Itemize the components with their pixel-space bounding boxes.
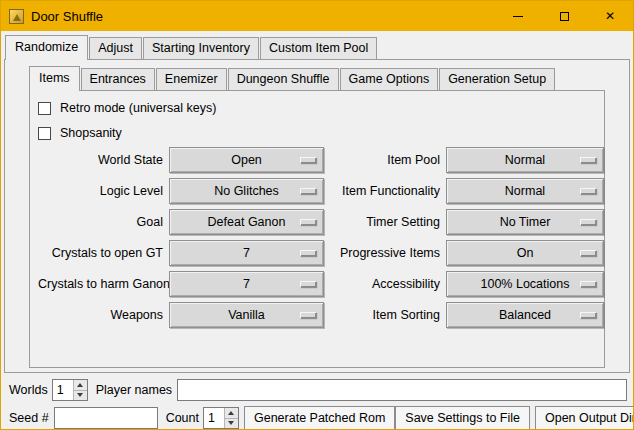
- count-spinner-arrows: [224, 408, 238, 428]
- dropdown-indicator-icon: [300, 157, 316, 163]
- dropdown-indicator-icon: [300, 250, 316, 256]
- crystals-harm-ganon-label: Crystals to harm Ganon: [38, 277, 163, 291]
- tab-game-options[interactable]: Game Options: [340, 68, 439, 90]
- open-output-directory-button[interactable]: Open Output Directory: [535, 406, 634, 430]
- dropdown-indicator-icon: [580, 157, 596, 163]
- goal-value: Defeat Ganon: [208, 215, 286, 229]
- count-label: Count: [166, 411, 199, 425]
- dropdown-indicator-icon: [300, 188, 316, 194]
- item-pool-label: Item Pool: [330, 153, 440, 167]
- tab-randomize[interactable]: Randomize: [5, 35, 88, 60]
- dropdown-indicator-icon: [580, 219, 596, 225]
- tab-entrances[interactable]: Entrances: [81, 68, 155, 90]
- setting-row: Weapons Vanilla Item Sorting Balanced: [38, 302, 604, 328]
- close-icon: ✕: [605, 10, 615, 22]
- secondary-notebook: Items Entrances Enemizer Dungeon Shuffle…: [29, 63, 605, 368]
- tab-enemizer[interactable]: Enemizer: [156, 68, 227, 90]
- setting-row: Logic Level No Glitches Item Functionali…: [38, 178, 604, 204]
- logic-level-value: No Glitches: [214, 184, 279, 198]
- crystals-open-gt-value: 7: [243, 246, 250, 260]
- accessibility-value: 100% Locations: [481, 277, 570, 291]
- goal-dropdown[interactable]: Defeat Ganon: [169, 209, 324, 235]
- item-functionality-dropdown[interactable]: Normal: [446, 178, 604, 204]
- crystals-harm-ganon-dropdown[interactable]: 7: [169, 271, 324, 297]
- dropdown-indicator-icon: [580, 312, 596, 318]
- primary-tab-bar: Randomize Adjust Starting Inventory Cust…: [1, 31, 633, 59]
- spin-up-icon[interactable]: [74, 380, 87, 390]
- dropdown-indicator-icon: [300, 281, 316, 287]
- dropdown-indicator-icon: [300, 312, 316, 318]
- count-input[interactable]: [204, 408, 224, 428]
- tab-adjust[interactable]: Adjust: [89, 37, 142, 59]
- tab-items[interactable]: Items: [29, 66, 80, 91]
- titlebar[interactable]: Door Shuffle ✕: [1, 1, 633, 31]
- world-state-dropdown[interactable]: Open: [169, 147, 324, 173]
- dropdown-indicator-icon: [580, 250, 596, 256]
- worlds-row: Worlds Player names: [9, 378, 627, 402]
- settings-grid: World State Open Item Pool Normal: [38, 147, 604, 328]
- item-sorting-dropdown[interactable]: Balanced: [446, 302, 604, 328]
- retro-mode-checkbox[interactable]: [38, 102, 51, 115]
- accessibility-dropdown[interactable]: 100% Locations: [446, 271, 604, 297]
- weapons-dropdown[interactable]: Vanilla: [169, 302, 324, 328]
- progressive-items-dropdown[interactable]: On: [446, 240, 604, 266]
- crystals-harm-ganon-value: 7: [243, 277, 250, 291]
- setting-row: World State Open Item Pool Normal: [38, 147, 604, 173]
- shopsanity-label: Shopsanity: [60, 126, 122, 140]
- retro-mode-label: Retro mode (universal keys): [60, 101, 216, 115]
- tab-generation-setup[interactable]: Generation Setup: [439, 68, 555, 90]
- item-functionality-value: Normal: [505, 184, 545, 198]
- goal-label: Goal: [38, 215, 163, 229]
- secondary-tab-bar: Items Entrances Enemizer Dungeon Shuffle…: [29, 63, 605, 90]
- item-functionality-label: Item Functionality: [330, 184, 440, 198]
- setting-row: Crystals to harm Ganon 7 Accessibility 1…: [38, 271, 604, 297]
- count-spinner: [203, 407, 239, 429]
- tab-custom-item-pool[interactable]: Custom Item Pool: [260, 37, 377, 59]
- window-title: Door Shuffle: [31, 9, 103, 24]
- dropdown-indicator-icon: [300, 219, 316, 225]
- timer-setting-value: No Timer: [500, 215, 551, 229]
- timer-setting-label: Timer Setting: [330, 215, 440, 229]
- progressive-items-value: On: [517, 246, 534, 260]
- logic-level-dropdown[interactable]: No Glitches: [169, 178, 324, 204]
- seed-input[interactable]: [54, 407, 158, 429]
- randomize-pane: Items Entrances Enemizer Dungeon Shuffle…: [4, 59, 630, 373]
- player-names-label: Player names: [96, 383, 172, 397]
- seed-label: Seed #: [9, 411, 49, 425]
- world-state-label: World State: [38, 153, 163, 167]
- dropdown-indicator-icon: [580, 188, 596, 194]
- item-sorting-label: Item Sorting: [330, 308, 440, 322]
- dropdown-indicator-icon: [580, 281, 596, 287]
- worlds-label: Worlds: [9, 383, 48, 397]
- weapons-value: Vanilla: [228, 308, 265, 322]
- worlds-spinner: [52, 379, 88, 401]
- close-button[interactable]: ✕: [587, 1, 633, 31]
- app-icon: [9, 9, 24, 24]
- save-settings-button[interactable]: Save Settings to File: [395, 406, 530, 430]
- window-controls: ✕: [495, 1, 633, 31]
- spin-down-icon[interactable]: [225, 418, 238, 429]
- triforce-icon: [13, 14, 21, 21]
- maximize-button[interactable]: [541, 1, 587, 31]
- setting-row: Goal Defeat Ganon Timer Setting No Timer: [38, 209, 604, 235]
- spin-down-icon[interactable]: [74, 390, 87, 401]
- shopsanity-checkbox[interactable]: [38, 127, 51, 140]
- shopsanity-row: Shopsanity: [38, 122, 604, 144]
- setting-row: Crystals to open GT 7 Progressive Items …: [38, 240, 604, 266]
- timer-setting-dropdown[interactable]: No Timer: [446, 209, 604, 235]
- item-pool-dropdown[interactable]: Normal: [446, 147, 604, 173]
- crystals-open-gt-dropdown[interactable]: 7: [169, 240, 324, 266]
- minimize-button[interactable]: [495, 1, 541, 31]
- worlds-input[interactable]: [53, 380, 73, 400]
- generate-patched-rom-button[interactable]: Generate Patched Rom: [244, 406, 395, 430]
- accessibility-label: Accessibility: [330, 277, 440, 291]
- tab-dungeon-shuffle[interactable]: Dungeon Shuffle: [228, 68, 339, 90]
- logic-level-label: Logic Level: [38, 184, 163, 198]
- crystals-open-gt-label: Crystals to open GT: [38, 246, 163, 260]
- spin-up-icon[interactable]: [225, 408, 238, 418]
- player-names-input[interactable]: [177, 379, 627, 401]
- world-state-value: Open: [231, 153, 262, 167]
- footer: Worlds Player names Seed # Count: [1, 373, 633, 430]
- tab-starting-inventory[interactable]: Starting Inventory: [143, 37, 259, 59]
- item-sorting-value: Balanced: [499, 308, 551, 322]
